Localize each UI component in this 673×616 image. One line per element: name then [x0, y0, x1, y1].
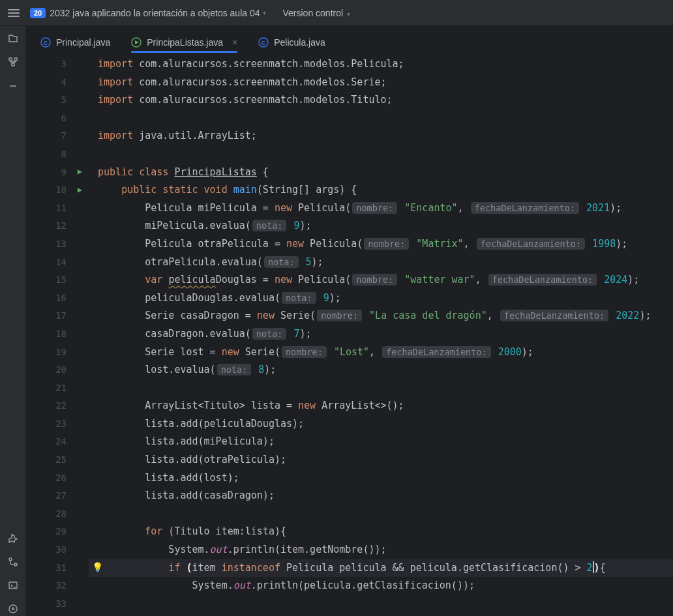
code-line: lista.add(peliculaDouglas); — [98, 415, 673, 433]
line-number[interactable]: 7 — [26, 127, 89, 145]
line-number[interactable]: 29 — [26, 523, 89, 541]
line-number[interactable]: 31💡 — [26, 559, 89, 578]
param-hint: fechaDeLanzamiento: — [477, 238, 585, 250]
svg-rect-0 — [9, 58, 12, 61]
code-line: System.out.println(pelicula.getClasifica… — [98, 577, 673, 595]
param-hint: nota: — [282, 292, 316, 304]
code-line: Serie casaDragon = new Serie(nombre: "La… — [98, 307, 673, 325]
code-area[interactable]: 3456789▶10▶11121314151617181920212223242… — [26, 53, 673, 616]
code-line: for (Titulo item:lista){ — [98, 523, 673, 541]
code-line — [98, 379, 673, 398]
param-hint: fechaDeLanzamiento: — [488, 274, 597, 286]
line-number[interactable]: 22 — [26, 397, 89, 415]
run-gutter-icon[interactable]: ▶ — [78, 164, 82, 182]
tab-pelicula[interactable]: C Pelicula.java — [249, 31, 335, 53]
line-number[interactable]: 8 — [26, 145, 89, 164]
param-hint: nombre: — [282, 346, 327, 358]
code-line: otraPelicula.evalua(nota: 5); — [98, 254, 673, 272]
chevron-down-icon: ▾ — [263, 9, 266, 16]
line-number[interactable]: 34 — [26, 613, 89, 616]
svg-point-7 — [12, 608, 14, 610]
line-number[interactable]: 30 — [26, 541, 89, 559]
git-tool-icon[interactable] — [6, 555, 20, 569]
project-tool-icon[interactable] — [6, 31, 20, 46]
structure-tool-icon[interactable] — [6, 55, 20, 69]
code-line: Pelicula otraPelicula = new Pelicula(nom… — [98, 235, 673, 254]
code-line: peliculaDouglas.evalua(nota: 9); — [98, 289, 673, 308]
line-number[interactable]: 5 — [26, 91, 89, 110]
line-number[interactable]: 12 — [26, 217, 89, 235]
intention-bulb-icon[interactable]: 💡 — [92, 559, 103, 578]
code-line: Serie lost = new Serie(nombre: "Lost", f… — [98, 344, 673, 362]
line-number[interactable]: 32 — [26, 577, 89, 595]
project-name: 2032 java aplicando la orientación a obj… — [50, 8, 260, 18]
line-number[interactable]: 25 — [26, 451, 89, 469]
class-file-icon: C — [40, 37, 51, 48]
services-tool-icon[interactable] — [6, 602, 20, 616]
line-number[interactable]: 4 — [26, 74, 89, 92]
line-number[interactable]: 23 — [26, 415, 89, 433]
line-number[interactable]: 6 — [26, 110, 89, 128]
terminal-tool-icon[interactable] — [6, 578, 20, 593]
code-line: casaDragon.evalua(nota: 7); — [98, 325, 673, 344]
tab-principalistas[interactable]: PrincipaListas.java × — [122, 31, 247, 53]
line-number[interactable]: 19 — [26, 344, 89, 362]
line-number[interactable]: 18 — [26, 325, 89, 344]
code-line: lost.evalua(nota: 8); — [98, 361, 673, 379]
svg-point-4 — [14, 563, 17, 566]
param-hint: nombre: — [364, 238, 409, 250]
more-tool-icon[interactable]: ⋯ — [6, 78, 20, 93]
line-number[interactable]: 26 — [26, 469, 89, 488]
line-number[interactable]: 27 — [26, 487, 89, 505]
line-number[interactable]: 33 — [26, 595, 89, 613]
line-number[interactable]: 11 — [26, 199, 89, 218]
code-line — [98, 110, 673, 128]
code-line: miPelicula.evalua(nota: 9); — [98, 217, 673, 235]
code-line: var peliculaDouglas = new Pelicula(nombr… — [98, 271, 673, 289]
code-line — [98, 595, 673, 613]
line-number[interactable]: 13 — [26, 235, 89, 254]
code-content[interactable]: import com.aluracursos.screenmatch.model… — [89, 53, 673, 616]
code-line: lista.add(otraPelicula); — [98, 451, 673, 469]
code-line: import com.aluracursos.screenmatch.model… — [98, 55, 673, 74]
line-number-gutter[interactable]: 3456789▶10▶11121314151617181920212223242… — [26, 53, 89, 616]
line-number[interactable]: 20 — [26, 361, 89, 379]
param-hint: fechaDeLanzamiento: — [382, 346, 490, 358]
line-number[interactable]: 28 — [26, 505, 89, 523]
param-hint: nombre: — [352, 274, 397, 286]
code-line: Pelicula miPelicula = new Pelicula(nombr… — [98, 199, 673, 218]
tab-label: Pelicula.java — [274, 37, 325, 48]
line-number[interactable]: 24 — [26, 433, 89, 451]
svg-marker-11 — [135, 40, 139, 44]
project-badge: 20 — [30, 8, 46, 18]
build-tool-icon[interactable] — [6, 531, 20, 546]
line-number[interactable]: 15 — [26, 271, 89, 289]
project-selector[interactable]: 20 2032 java aplicando la orientación a … — [30, 8, 266, 18]
close-icon[interactable]: × — [232, 37, 237, 48]
tab-principal[interactable]: C Principal.java — [31, 31, 119, 53]
editor-tabs: C Principal.java PrincipaListas.java × C… — [26, 26, 673, 53]
svg-point-3 — [9, 558, 12, 561]
run-gutter-icon[interactable]: ▶ — [78, 181, 82, 199]
line-number[interactable]: 17 — [26, 307, 89, 325]
line-number[interactable]: 10▶ — [26, 181, 89, 199]
line-number[interactable]: 3 — [26, 55, 89, 74]
code-line: import com.aluracursos.screenmatch.model… — [98, 91, 673, 110]
code-line: lista.add(lost); — [98, 469, 673, 488]
code-line: public class PrincipaListas { — [98, 164, 673, 182]
code-line — [98, 505, 673, 523]
param-hint: nota: — [264, 256, 299, 268]
code-line: ArrayList<Titulo> lista = new ArrayList<… — [98, 397, 673, 415]
line-number[interactable]: 16 — [26, 289, 89, 308]
line-number[interactable]: 14 — [26, 254, 89, 272]
line-number[interactable]: 21 — [26, 379, 89, 398]
top-bar: 20 2032 java aplicando la orientación a … — [0, 0, 673, 26]
main-menu-icon[interactable] — [5, 5, 22, 21]
code-line: import java.util.ArrayList; — [98, 127, 673, 145]
line-number[interactable]: 9▶ — [26, 164, 89, 182]
param-hint: nombre: — [317, 310, 362, 321]
chevron-down-icon: ▾ — [347, 10, 350, 18]
version-control-menu[interactable]: Version control ▾ — [283, 8, 351, 18]
svg-text:C: C — [44, 40, 48, 46]
class-file-icon: C — [258, 37, 269, 48]
